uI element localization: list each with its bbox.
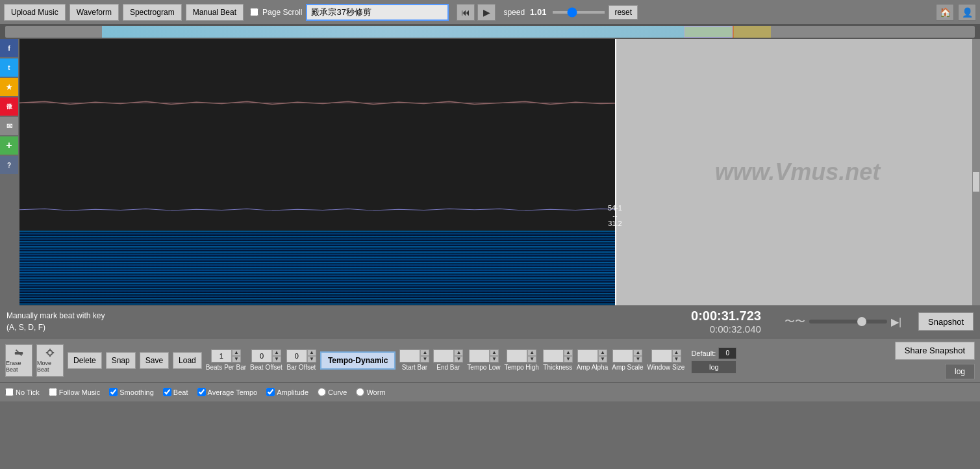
tempo-high-up[interactable]: ▲ (527, 349, 536, 356)
bar-offset-label: Bar Offset (286, 364, 316, 371)
vertical-scrollbar[interactable] (972, 39, 980, 305)
page-scroll-checkbox[interactable] (250, 8, 258, 16)
tempo-high-input[interactable] (507, 349, 527, 362)
no-tick-checkbox[interactable] (5, 388, 14, 396)
tempo-low-group: ▲ ▼ Tempo Low (467, 349, 500, 371)
smoothing-label[interactable]: Smoothing (109, 388, 154, 396)
sidebar-item-plus[interactable]: + (0, 136, 18, 155)
speed-slider[interactable] (553, 11, 605, 14)
tempo-low-down[interactable]: ▼ (490, 356, 499, 362)
bar-offset-input[interactable] (286, 349, 307, 362)
amp-scale-up[interactable]: ▲ (633, 349, 642, 356)
sidebar-item-favorite[interactable]: ★ (0, 78, 18, 96)
overview-bar[interactable] (0, 25, 980, 39)
watermark: www.Vmus.net (715, 158, 881, 186)
end-bar-up[interactable]: ▲ (454, 349, 463, 356)
playhead (615, 39, 616, 305)
no-tick-label[interactable]: No Tick (5, 388, 40, 396)
follow-music-checkbox[interactable] (49, 388, 57, 396)
follow-music-label[interactable]: Follow Music (49, 388, 101, 396)
amp-scale-down[interactable]: ▼ (633, 356, 642, 362)
speed-label: speed (503, 8, 525, 17)
home-icon-button[interactable]: 🏠 (936, 4, 954, 21)
manual-beat-button[interactable]: Manual Beat (186, 4, 244, 21)
average-tempo-label[interactable]: Average Tempo (197, 388, 258, 396)
upload-music-button[interactable]: Upload Music (4, 4, 66, 21)
worm-radio[interactable] (356, 388, 364, 396)
save-button[interactable]: Save (140, 352, 169, 369)
rewind-button[interactable]: ⏮ (457, 4, 475, 21)
sidebar-item-weibo[interactable]: 微 (0, 97, 18, 116)
sidebar-item-twitter[interactable]: t (0, 58, 18, 77)
delete-button[interactable]: Delete (68, 352, 102, 369)
log-button[interactable]: log (691, 361, 736, 374)
start-bar-down[interactable]: ▼ (420, 356, 429, 362)
tempo-high-group: ▲ ▼ Tempo High (505, 349, 539, 371)
window-size-group: ▲ ▼ Window Size (647, 349, 685, 371)
move-beat-button[interactable]: Move Beat (36, 344, 64, 377)
overview-track[interactable] (5, 26, 975, 38)
beat-offset-input[interactable] (251, 349, 272, 362)
waveform-area[interactable]: 54-1 -- 31.2 www.Vmus.net (19, 39, 980, 305)
beat-offset-down[interactable]: ▼ (272, 356, 281, 362)
erase-beat-button[interactable]: Erase Beat (5, 344, 32, 377)
tempo-low-up[interactable]: ▲ (490, 349, 499, 356)
user-icon-button[interactable]: 👤 (958, 4, 976, 21)
beat-offset-up[interactable]: ▲ (272, 349, 281, 356)
start-bar-up[interactable]: ▲ (420, 349, 429, 356)
smoothing-checkbox[interactable] (109, 388, 118, 396)
amplitude-label[interactable]: Amplitude (266, 388, 308, 396)
beats-per-bar-input[interactable] (211, 349, 232, 362)
amp-alpha-up[interactable]: ▲ (598, 349, 607, 356)
thickness-down[interactable]: ▼ (564, 356, 573, 362)
window-size-input[interactable] (651, 349, 672, 362)
load-button[interactable]: Load (173, 352, 202, 369)
end-bar-down[interactable]: ▼ (454, 356, 463, 362)
curve-radio[interactable] (318, 388, 326, 396)
sidebar-item-help[interactable]: ? (0, 156, 18, 174)
share-snapshot-button[interactable]: Share Snapshot (895, 342, 975, 360)
right-empty-area: www.Vmus.net (615, 39, 980, 305)
amp-alpha-input[interactable] (577, 349, 598, 362)
default-input[interactable] (718, 348, 736, 359)
spectrogram-area (19, 231, 615, 305)
window-size-up[interactable]: ▲ (672, 349, 681, 356)
audio-controls: 〜〜 ▶| (785, 315, 901, 329)
sidebar-item-mail[interactable]: ✉ (0, 117, 18, 135)
log-right-button[interactable]: log (945, 364, 975, 379)
bar-offset-up[interactable]: ▲ (307, 349, 316, 356)
end-bar-input[interactable] (433, 349, 454, 362)
beat-checkbox[interactable] (163, 388, 171, 396)
reset-button[interactable]: reset (609, 5, 638, 19)
start-bar-group: ▲ ▼ Start Bar (399, 349, 429, 371)
spectrogram-button[interactable]: Spectrogram (123, 4, 182, 21)
start-bar-input[interactable] (399, 349, 420, 362)
bar-offset-group: ▲ ▼ Bar Offset (286, 349, 316, 371)
amp-scale-input[interactable] (612, 349, 633, 362)
amplitude-checkbox[interactable] (266, 388, 275, 396)
song-name-input[interactable] (306, 4, 449, 21)
beats-per-bar-up[interactable]: ▲ (232, 349, 241, 356)
bar-offset-down[interactable]: ▼ (307, 356, 316, 362)
beats-per-bar-down[interactable]: ▼ (232, 356, 241, 362)
snapshot-button[interactable]: Snapshot (918, 312, 974, 331)
amp-alpha-down[interactable]: ▼ (598, 356, 607, 362)
average-tempo-checkbox[interactable] (197, 388, 206, 396)
scrollbar-thumb[interactable] (973, 172, 979, 192)
erase-icon (14, 348, 24, 358)
thickness-up[interactable]: ▲ (564, 349, 573, 356)
play-button[interactable]: ▶ (477, 4, 496, 21)
waveform-button[interactable]: Waveform (69, 4, 119, 21)
thickness-input[interactable] (543, 349, 564, 362)
tempo-low-input[interactable] (469, 349, 490, 362)
beat-label[interactable]: Beat (163, 388, 188, 396)
volume-slider[interactable] (809, 320, 887, 323)
sidebar-item-facebook[interactable]: f (0, 39, 18, 57)
snap-button[interactable]: Snap (106, 352, 136, 369)
tempo-high-down[interactable]: ▼ (527, 356, 536, 362)
tempo-dynamic-button[interactable]: Tempo-Dynamic (320, 351, 396, 370)
window-size-down[interactable]: ▼ (672, 356, 681, 362)
end-bar-group: ▲ ▼ End Bar (433, 349, 463, 371)
curve-label[interactable]: Curve (318, 388, 347, 396)
worm-label[interactable]: Worm (356, 388, 385, 396)
